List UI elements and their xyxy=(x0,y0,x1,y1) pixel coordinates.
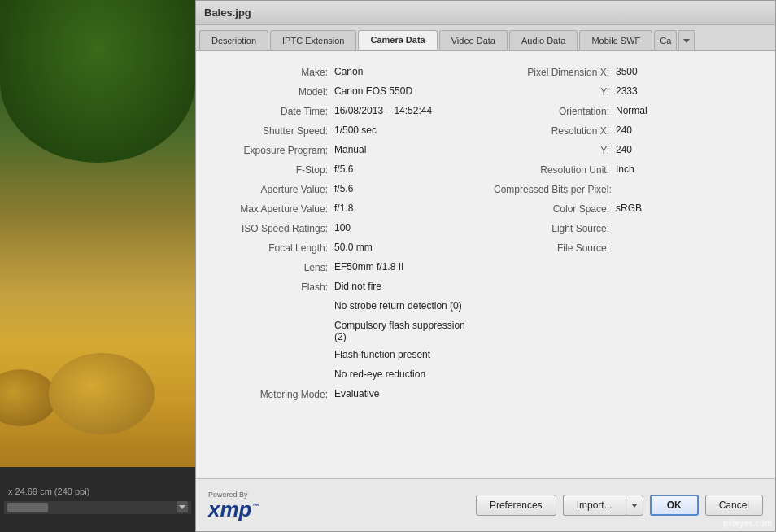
tab-description[interactable]: Description xyxy=(199,30,268,50)
scroll-thumb[interactable] xyxy=(7,503,48,512)
field-file-source: File Source: xyxy=(494,239,759,257)
left-panel: Make: Canon Model: Canon EOS 550D Date T… xyxy=(212,63,477,403)
photo-info-strip: x 24.69 cm (240 ppi) xyxy=(0,467,195,532)
field-flash: Flash: Did not fire xyxy=(212,278,477,296)
content-area: Make: Canon Model: Canon EOS 550D Date T… xyxy=(196,51,775,478)
tab-video-data[interactable]: Video Data xyxy=(439,30,508,50)
tab-bar: Description IPTC Extension Camera Data V… xyxy=(196,25,775,51)
field-focal-length: Focal Length: 50.0 mm xyxy=(212,239,477,257)
field-exposure-program: Exposure Program: Manual xyxy=(212,142,477,159)
tree-decoration xyxy=(0,0,195,163)
bottom-buttons: Preferences Import... OK Cancel xyxy=(476,495,763,516)
svg-marker-2 xyxy=(683,39,690,43)
tab-camera-data[interactable]: Camera Data xyxy=(358,30,437,50)
field-iso: ISO Speed Ratings: 100 xyxy=(212,220,477,238)
preferences-button[interactable]: Preferences xyxy=(476,495,556,516)
field-flash-sub-3: Flash function present xyxy=(212,347,477,364)
field-resolution-y: Y: 240 xyxy=(494,142,759,159)
field-compressed-bits: Compressed Bits per Pixel: xyxy=(494,181,759,198)
field-pixel-dim-x: Pixel Dimension X: 3500 xyxy=(494,63,759,81)
tab-ca[interactable]: Ca xyxy=(654,30,677,50)
field-shutter-speed: Shutter Speed: 1/500 sec xyxy=(212,122,477,140)
watermark: pxleyes.com xyxy=(723,519,772,528)
import-dropdown-button[interactable] xyxy=(626,495,643,516)
scroll-arrow-down[interactable] xyxy=(177,501,188,515)
ok-button[interactable]: OK xyxy=(650,495,699,516)
tab-iptc[interactable]: IPTC Extension xyxy=(270,30,356,50)
right-panel: Pixel Dimension X: 3500 Y: 2333 Orientat… xyxy=(494,63,759,403)
field-color-space: Color Space: sRGB xyxy=(494,200,759,218)
import-group: Import... xyxy=(563,495,643,516)
title-bar: Bales.jpg xyxy=(196,1,775,25)
field-max-aperture: Max Aperture Value: f/1.8 xyxy=(212,200,477,218)
field-make: Make: Canon xyxy=(212,63,477,81)
field-datetime: Date Time: 16/08/2013 – 14:52:44 xyxy=(212,102,477,120)
svg-marker-3 xyxy=(631,504,638,508)
field-light-source: Light Source: xyxy=(494,220,759,238)
field-fstop: F-Stop: f/5.6 xyxy=(212,161,477,179)
field-metering-mode: Metering Mode: Evaluative xyxy=(212,386,477,403)
dialog-title: Bales.jpg xyxy=(204,7,251,19)
bottom-bar: Powered By xmp™ Preferences Import... OK… xyxy=(196,478,775,531)
field-resolution-unit: Resolution Unit: Inch xyxy=(494,161,759,179)
field-model: Model: Canon EOS 550D xyxy=(212,83,477,101)
hay-bale-main xyxy=(49,353,155,434)
import-button[interactable]: Import... xyxy=(563,495,626,516)
photo-info-text: x 24.69 cm (240 ppi) xyxy=(4,485,191,498)
field-pixel-dim-y: Y: 2333 xyxy=(494,83,759,101)
field-lens: Lens: EF50mm f/1.8 II xyxy=(212,259,477,277)
tab-audio-data[interactable]: Audio Data xyxy=(509,30,578,50)
cancel-button[interactable]: Cancel xyxy=(705,495,763,516)
xmp-brand-text: xmp™ xyxy=(208,499,259,520)
field-aperture-value: Aperture Value: f/5.6 xyxy=(212,181,477,198)
field-flash-sub-1: No strobe return detection (0) xyxy=(212,298,477,316)
field-resolution-x: Resolution X: 240 xyxy=(494,122,759,140)
tab-more-dropdown[interactable] xyxy=(678,30,695,50)
xmp-logo: Powered By xmp™ xyxy=(208,491,259,520)
dialog-window: Bales.jpg Description IPTC Extension Cam… xyxy=(195,0,776,532)
photo-background xyxy=(0,0,195,532)
field-flash-sub-4: No red-eye reduction xyxy=(212,366,477,384)
field-flash-sub-2: Compulsory flash suppression (2) xyxy=(212,317,477,345)
tab-mobile-swf[interactable]: Mobile SWF xyxy=(579,30,652,50)
field-orientation: Orientation: Normal xyxy=(494,102,759,120)
